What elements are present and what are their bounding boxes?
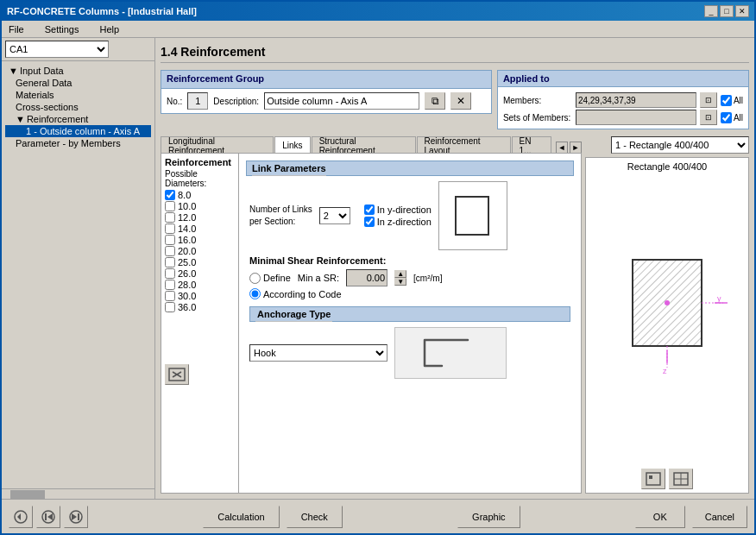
expand-icon: ▼ bbox=[9, 66, 18, 76]
diam-36-checkbox[interactable] bbox=[165, 302, 175, 312]
no-label: No.: bbox=[167, 97, 182, 106]
nav-next-button[interactable] bbox=[64, 506, 88, 528]
left-scrollbar[interactable] bbox=[2, 488, 154, 499]
section-title: 1.4 Reinforcement bbox=[161, 43, 749, 63]
anchorage-select[interactable]: Hook Straight U-Shape Loop bbox=[249, 344, 387, 362]
diam-12-checkbox[interactable] bbox=[165, 212, 175, 223]
rg-copy-button[interactable]: ⧉ bbox=[425, 92, 445, 110]
members-pick-button[interactable]: ⊡ bbox=[700, 92, 717, 108]
diam-26-checkbox[interactable] bbox=[165, 268, 175, 279]
tab-layout[interactable]: Reinforcement Layout bbox=[417, 136, 511, 154]
tab-links[interactable]: Links bbox=[274, 136, 310, 154]
all-members-checkbox[interactable] bbox=[721, 95, 732, 106]
rg-delete-button[interactable]: ✕ bbox=[450, 92, 471, 110]
calculation-button[interactable]: Calculation bbox=[203, 506, 279, 528]
unit-label: [cm²/m] bbox=[413, 274, 442, 283]
tree-cross-sections[interactable]: Cross-sections bbox=[5, 101, 151, 113]
num-links-select[interactable]: 2 3 4 bbox=[319, 207, 350, 224]
in-z-checkbox[interactable] bbox=[364, 217, 375, 227]
per-section-label: per Section: bbox=[249, 216, 312, 228]
asr-spin-down[interactable]: ▼ bbox=[394, 278, 406, 286]
applied-to-section: Applied to Members: ⊡ All bbox=[497, 70, 749, 129]
all-sets-checkbox[interactable] bbox=[721, 112, 732, 123]
min-shear-label: Minimal Shear Reinforcement: bbox=[249, 255, 570, 266]
svg-rect-13 bbox=[646, 473, 660, 485]
diam-14-checkbox[interactable] bbox=[165, 223, 175, 234]
tabs-main: Longitudinal Reinforcement Links Structu… bbox=[161, 136, 582, 494]
nav-buttons bbox=[9, 506, 88, 528]
all-sets-check-label: All bbox=[721, 112, 743, 123]
maximize-button[interactable]: □ bbox=[720, 5, 734, 17]
members-row: Members: ⊡ All bbox=[503, 92, 743, 108]
cross-section-select[interactable]: 1 - Rectangle 400/400 bbox=[611, 136, 749, 154]
tab-structural[interactable]: Structural Reinforcement bbox=[312, 136, 416, 154]
tab-longitudinal[interactable]: Longitudinal Reinforcement bbox=[161, 136, 274, 154]
members-input[interactable] bbox=[576, 92, 696, 108]
applied-to-header: Applied to bbox=[503, 73, 550, 84]
cross-section-view: Rectangle 400/400 bbox=[585, 157, 749, 494]
tree-input-data[interactable]: ▼ Input Data bbox=[5, 65, 151, 77]
diam-16-checkbox[interactable] bbox=[165, 235, 175, 245]
ca-select[interactable]: CA1 bbox=[5, 41, 109, 58]
menu-bar: File Settings Help bbox=[2, 21, 754, 38]
tree-outside-column[interactable]: 1 - Outside column - Axis A bbox=[5, 125, 151, 137]
nav-prev-button[interactable] bbox=[36, 506, 60, 528]
according-code-radio[interactable] bbox=[249, 288, 261, 299]
list-item: 8.0 bbox=[165, 190, 235, 200]
reinforcement-side: Reinforcement Possible Diameters: 8.0 10… bbox=[161, 154, 239, 493]
list-item: 30.0 bbox=[165, 291, 235, 301]
nav-first-button[interactable] bbox=[9, 506, 33, 528]
tree-reinforcement[interactable]: ▼ Reinforcement bbox=[5, 113, 151, 125]
minimize-button[interactable]: _ bbox=[704, 5, 718, 17]
title-buttons: _ □ ✕ bbox=[704, 5, 749, 17]
diameters-label: Possible Diameters: bbox=[165, 169, 235, 188]
list-item: 26.0 bbox=[165, 268, 235, 279]
min-asr-input[interactable] bbox=[346, 269, 387, 286]
reinforcement-group-section: Reinforcement Group No.: Description: ⧉ … bbox=[161, 70, 492, 114]
menu-settings[interactable]: Settings bbox=[41, 23, 83, 35]
bottom-bar: Calculation Check Graphic OK Cancel bbox=[2, 499, 754, 533]
list-item: 28.0 bbox=[165, 280, 235, 290]
cs-btn-2[interactable] bbox=[669, 469, 693, 489]
diam-8-checkbox[interactable] bbox=[165, 190, 175, 200]
tab-en1[interactable]: EN 1... bbox=[512, 136, 551, 154]
cross-section-panel: 1 - Rectangle 400/400 Rectangle 400/400 bbox=[585, 136, 749, 494]
min-asr-label: Min a SR: bbox=[298, 273, 339, 283]
diam-20-checkbox[interactable] bbox=[165, 246, 175, 256]
define-radio[interactable] bbox=[249, 273, 261, 284]
rg-header: Reinforcement Group bbox=[167, 73, 264, 84]
hook-diagram bbox=[394, 327, 507, 379]
close-button[interactable]: ✕ bbox=[735, 5, 749, 17]
diam-25-checkbox[interactable] bbox=[165, 257, 175, 268]
sets-input[interactable] bbox=[576, 110, 696, 125]
main-window: RF-CONCRETE Columns - [Industrial Hall] … bbox=[0, 0, 756, 535]
rg-no-input[interactable] bbox=[187, 92, 208, 110]
diameter-icon-button[interactable] bbox=[165, 364, 189, 385]
svg-text:z: z bbox=[663, 367, 667, 375]
cs-diagram: y z bbox=[589, 175, 745, 465]
menu-help[interactable]: Help bbox=[96, 23, 123, 35]
sets-pick-button[interactable]: ⊡ bbox=[700, 110, 717, 125]
asr-spin-up[interactable]: ▲ bbox=[394, 270, 406, 278]
tree-parameter[interactable]: Parameter - by Members bbox=[5, 137, 151, 149]
ca-header: CA1 bbox=[2, 38, 154, 61]
list-item: 16.0 bbox=[165, 235, 235, 245]
tree-general-data[interactable]: General Data bbox=[5, 77, 151, 89]
graphic-button[interactable]: Graphic bbox=[457, 506, 520, 528]
diam-28-checkbox[interactable] bbox=[165, 280, 175, 290]
rg-desc-input[interactable] bbox=[264, 92, 419, 110]
cs-btn-1[interactable] bbox=[641, 469, 665, 489]
menu-file[interactable]: File bbox=[5, 23, 28, 35]
tree-materials[interactable]: Materials bbox=[5, 89, 151, 101]
diam-30-checkbox[interactable] bbox=[165, 291, 175, 301]
tab-prev-button[interactable]: ◄ bbox=[556, 142, 568, 154]
cancel-button[interactable]: Cancel bbox=[692, 506, 747, 528]
anchorage-title: Anchorage Type bbox=[255, 307, 332, 322]
ok-button[interactable]: OK bbox=[635, 506, 685, 528]
tabs-and-cross-section: Longitudinal Reinforcement Links Structu… bbox=[161, 136, 749, 494]
diam-10-checkbox[interactable] bbox=[165, 201, 175, 211]
tab-next-button[interactable]: ► bbox=[570, 142, 582, 154]
define-radio-label: Define bbox=[249, 273, 291, 284]
check-button[interactable]: Check bbox=[287, 506, 343, 528]
in-y-checkbox[interactable] bbox=[364, 205, 375, 215]
